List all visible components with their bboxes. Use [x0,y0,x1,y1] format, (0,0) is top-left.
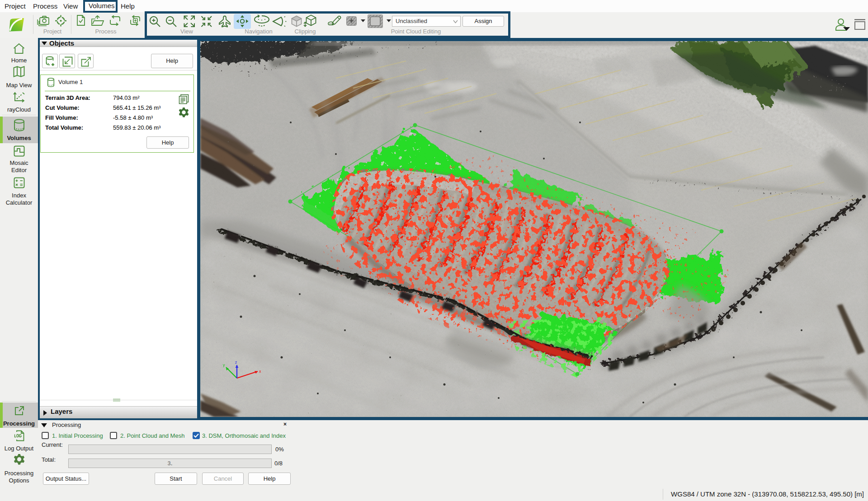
svg-text:x: x [259,369,261,374]
svg-text:y: y [223,363,225,367]
svg-text:z: z [235,360,237,365]
